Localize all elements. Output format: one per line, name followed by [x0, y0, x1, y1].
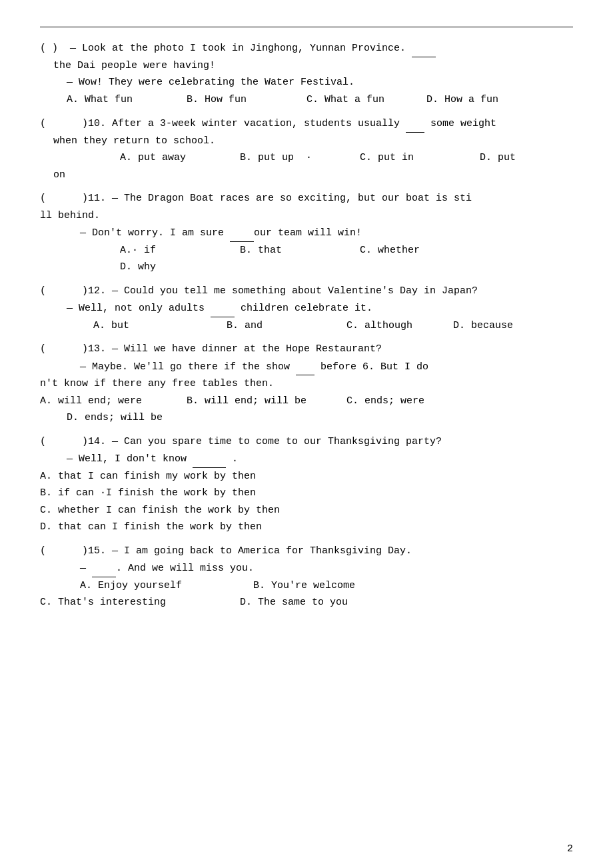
q14-line1: ( )14. — Can you spare time to come to o… — [40, 433, 573, 451]
q13-blank1 — [296, 358, 314, 376]
q13-line1: ( )13. — Will we have dinner at the Hope… — [40, 341, 573, 358]
q10-line1: ( )10. After a 3-week winter vacation, s… — [40, 115, 573, 133]
q12-line2: — Well, not only adults children celebra… — [40, 299, 573, 317]
q15-options-row1: A. Enjoy yourself B. You're welcome — [40, 577, 573, 595]
q9-options: A. What fun B. How fun C. What a fun D. … — [40, 91, 573, 109]
page-number: 2 — [567, 843, 573, 855]
q14-line2: — Well, I don't know . — [40, 450, 573, 468]
q9-bracket: ( ) — [40, 43, 58, 54]
q10-opt-b: B. put up · — [240, 149, 360, 167]
question-11: ( )11. — The Dragon Boat races are so ex… — [40, 190, 573, 276]
q10-options: A. put away B. put up · C. put in D. put — [40, 149, 573, 167]
q15-opt-c: C. That's interesting — [40, 594, 240, 611]
q13-opt-a: A. will end; were — [40, 393, 187, 410]
q12-line1: ( )12. — Could you tell me something abo… — [40, 283, 573, 300]
q11-response: — Don't worry. I am sure our team will w… — [40, 224, 573, 242]
q11-opt-a: A.· if — [120, 242, 240, 259]
q12-opt-c: C. although — [346, 317, 453, 335]
q11-opt-d: D. why — [120, 259, 240, 276]
question-15: ( )15. — I am going back to America for … — [40, 543, 573, 611]
q14-opt-d: D. that can I finish the work by then — [40, 519, 573, 536]
q10-extra: on — [40, 167, 573, 184]
question-14: ( )14. — Can you spare time to come to o… — [40, 433, 573, 536]
q12-options: A. but B. and C. although D. because — [40, 317, 573, 335]
q9-line1: ( ) — Look at the photo I took in Jingho… — [40, 39, 573, 57]
q12-opt-d: D. because — [453, 317, 573, 335]
q12-opt-a: A. but — [93, 317, 227, 335]
q10-opt-c: C. put in — [360, 149, 480, 167]
q10-opt-a: A. put away — [120, 149, 240, 167]
question-9: ( ) — Look at the photo I took in Jingho… — [40, 39, 573, 108]
q9-opt-d: D. How a fun — [426, 91, 546, 109]
q15-options-row2: C. That's interesting D. The same to you — [40, 594, 573, 611]
q13-opt-b: B. will end; will be — [187, 393, 346, 410]
q13-response2: n't know if there any free tables then. — [40, 375, 573, 393]
top-line — [40, 27, 573, 27]
q15-blank — [92, 559, 116, 577]
q11-opt-c: C. whether — [360, 242, 480, 259]
q9-opt-a: A. What fun — [67, 91, 187, 109]
q9-response: — Wow! They were celebrating the Water F… — [40, 74, 573, 91]
q12-opt-b: B. and — [227, 317, 346, 335]
q11-blank — [230, 224, 254, 242]
q14-opt-c: C. whether I can finish the work by then — [40, 502, 573, 519]
q12-blank — [211, 299, 235, 317]
q14-blank — [193, 450, 226, 468]
q15-response: — . And we will miss you. — [40, 559, 573, 577]
q13-response1: — Maybe. We'll go there if the show befo… — [40, 358, 573, 376]
q11-line2: ll behind. — [40, 207, 573, 225]
q15-opt-d: D. The same to you — [240, 594, 360, 611]
q14-opt-a: A. that I can finish my work by then — [40, 468, 573, 485]
q9-opt-b: B. How fun — [187, 91, 306, 109]
q9-blank1 — [412, 39, 436, 57]
q10-opt-d: D. put — [480, 149, 520, 167]
q9-opt-c: C. What a fun — [306, 91, 426, 109]
q11-options: A.· if B. that C. whether D. why — [40, 242, 573, 276]
q13-opt-c: C. ends; were — [346, 393, 466, 410]
q11-opt-b: B. that — [240, 242, 360, 259]
q9-line2: the Dai people were having! — [40, 57, 573, 75]
page-container: ( ) — Look at the photo I took in Jingho… — [0, 0, 613, 868]
q15-line1: ( )15. — I am going back to America for … — [40, 543, 573, 560]
q10-line2: when they return to school. — [40, 133, 573, 150]
q13-options: A. will end; were B. will end; will be C… — [40, 393, 573, 410]
q15-opt-b: B. You're welcome — [253, 577, 373, 595]
question-12: ( )12. — Could you tell me something abo… — [40, 283, 573, 335]
q15-opt-a: A. Enjoy yourself — [80, 577, 253, 595]
question-13: ( )13. — Will we have dinner at the Hope… — [40, 341, 573, 427]
q11-line1: ( )11. — The Dragon Boat races are so ex… — [40, 190, 573, 207]
q14-opt-b: B. if can ·I finish the work by then — [40, 485, 573, 502]
question-10: ( )10. After a 3-week winter vacation, s… — [40, 115, 573, 183]
q13-opt-d-line: D. ends; will be — [40, 409, 573, 427]
q10-blank — [406, 115, 424, 133]
